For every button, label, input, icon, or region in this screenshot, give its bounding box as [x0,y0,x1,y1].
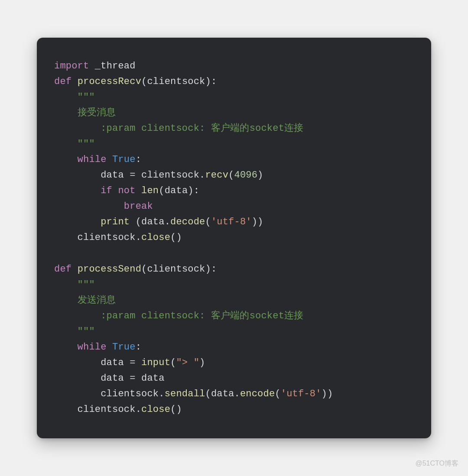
code-token: recv [205,170,228,181]
code-line: data = clientsock.recv(4096) [54,170,263,181]
code-token: while [78,342,107,353]
code-token: _thread [89,61,135,71]
code-token: decode [170,217,205,227]
code-line: while True: [54,154,141,165]
code-line: if not len(data): [54,185,199,196]
code-token: () [170,404,182,415]
code-line: data = data [54,373,165,384]
code-token: ( [205,389,211,399]
code-line: """ [54,139,95,149]
code-token: :param clientsock: 客户端的socket连接 [101,311,303,321]
code-token: ( [228,170,234,181]
code-token: """ [78,139,95,149]
code-token: clientsock [147,264,205,275]
code-line: def processRecv(clientsock): [54,76,217,87]
code-line: clientsock.close() [54,232,182,243]
code-token: ): [205,264,217,275]
code-line: print (data.decode('utf-8')) [54,217,263,227]
code-token: True [112,342,136,353]
code-token: while [78,154,107,165]
code-token: ( [141,76,147,87]
code-token: data. [141,217,170,227]
code-token: = [130,373,135,384]
code-token [112,185,118,196]
code-token: 4096 [234,170,257,181]
code-token: = [130,170,135,181]
watermark: @51CTO博客 [415,459,458,468]
code-token: )) [322,389,333,399]
code-line: import _thread [54,61,136,71]
code-token: data [101,373,130,384]
code-token: import [54,61,89,71]
code-token: processRecv [78,76,141,87]
code-token [72,264,77,275]
code-token: """ [78,326,95,337]
code-line: def processSend(clientsock): [54,264,217,275]
code-block: import _thread def processRecv(clientsoc… [54,58,414,418]
code-token: ): [205,76,217,87]
code-line: """ [54,92,95,103]
code-line: """ [54,326,95,337]
code-token: ( [275,389,280,399]
code-token: 发送消息 [78,295,116,306]
code-token: ( [159,185,164,196]
code-token: : [136,342,141,353]
code-line: clientsock.sendall(data.encode('utf-8')) [54,389,333,399]
code-token: processSend [78,264,141,275]
code-token: ( [205,217,211,227]
code-token: ) [257,170,263,181]
code-line: """ [54,279,95,290]
code-token: True [112,154,136,165]
code-token: ) [199,357,205,368]
code-token: clientsock. [136,170,205,181]
code-token: :param clientsock: 客户端的socket连接 [101,123,303,134]
code-line: :param clientsock: 客户端的socket连接 [54,311,303,321]
code-line: clientsock.close() [54,404,182,415]
code-token [136,357,141,368]
code-token: def [54,76,72,87]
code-token: def [54,264,72,275]
code-token: close [141,232,170,243]
code-token: clientsock. [78,232,141,243]
code-token: "> " [176,357,199,368]
code-token: input [141,357,170,368]
code-token: data. [211,389,240,399]
code-token [136,185,141,196]
code-token: clientsock [147,76,205,87]
code-token: sendall [165,389,205,399]
code-token: : [136,154,141,165]
code-token: ( [136,217,141,227]
code-token: ): [188,185,199,196]
code-token: = [130,357,135,368]
code-token [107,154,112,165]
code-token: ( [170,357,176,368]
code-token: clientsock. [101,389,164,399]
code-line: data = input("> ") [54,357,205,368]
code-token: () [170,232,182,243]
code-token: """ [78,279,95,290]
code-token: data [165,185,188,196]
code-token [72,76,77,87]
code-token [107,342,112,353]
code-line: 接受消息 [54,107,116,118]
code-token: encode [240,389,275,399]
code-token: 'utf-8' [211,217,252,227]
code-token: 接受消息 [78,107,116,118]
code-token: if [101,185,112,196]
code-line: while True: [54,342,141,353]
code-token: print [101,217,130,227]
code-token: data [101,357,130,368]
code-token: 'utf-8' [281,389,322,399]
code-line: :param clientsock: 客户端的socket连接 [54,123,303,134]
code-token: len [141,185,159,196]
code-line: 发送消息 [54,295,116,306]
code-line: break [54,201,153,212]
code-token: )) [252,217,263,227]
code-token: data [136,373,165,384]
code-token: clientsock. [78,404,141,415]
code-token: not [118,185,135,196]
code-token: break [124,201,153,212]
code-token: close [141,404,170,415]
code-token [130,217,135,227]
code-token: data [101,170,130,181]
